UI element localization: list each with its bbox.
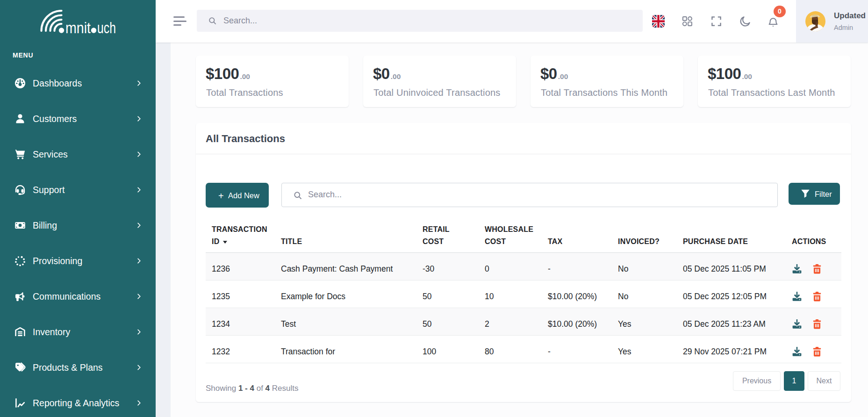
- svg-text:mnit: mnit: [65, 19, 91, 36]
- svg-text:uch: uch: [97, 19, 116, 36]
